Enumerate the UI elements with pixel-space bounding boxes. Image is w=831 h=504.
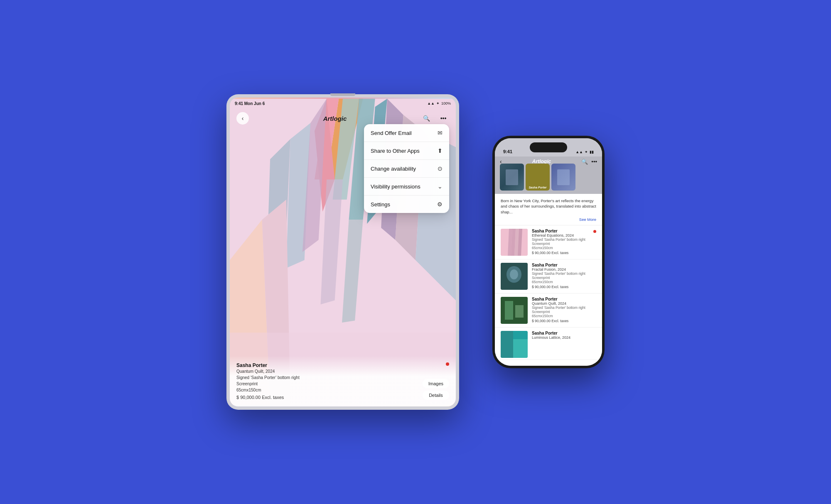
svg-point-25 [510,269,518,279]
pa-size-1: 65cmx150cm [532,246,589,250]
artwork-info-1: Sasha Porter Ethereal Equations, 2024 Si… [532,229,589,255]
phone-time: 9:41 [503,149,512,154]
pa-sig-1: Signed 'Sasha Porter' bottom right [532,237,589,242]
tablet-time: 9:41 Mon Jun 6 [235,101,265,106]
svg-rect-27 [505,301,513,320]
chevron-down-icon: ⌄ [438,183,443,190]
scene: 9:41 Mon Jun 6 ▲▲ ✦ 100% ‹ Artlogic 🔍 ••… [226,94,605,410]
pa-title-4: Luminous Lattice, 2024 [532,335,596,340]
pa-artist-3: Sasha Porter [532,297,596,301]
visibility-label: Visibility permissions [371,183,420,190]
envelope-icon: ✉ [438,130,443,136]
phone-battery-icon: ▮▮ [590,150,594,154]
thumbnail-2[interactable]: Sasha Porter [526,164,550,191]
phone-screen: 9:41 ▲▲ ✦ ▮▮ ‹ Artlogic 🔍 ••• [495,138,602,366]
phone-back-button[interactable]: ‹ [500,158,502,165]
artwork-status-dot-1 [593,230,596,233]
artwork-signature: Signed 'Sasha Porter' bottom right [236,374,449,381]
phone-artwork-item[interactable]: Sasha Porter Ethereal Equations, 2024 Si… [495,225,602,259]
search-icon[interactable]: 🔍 [421,113,433,124]
phone-search-icon[interactable]: 🔍 [581,159,588,165]
settings-label: Settings [371,201,390,208]
phone-header: ‹ Artlogic 🔍 ••• Sasha Porter [495,157,602,194]
pa-size-2: 65cmx150cm [532,280,596,284]
green-artwork-svg [501,297,528,324]
pa-price-1: $ 90,000.00 Excl. taxes [532,251,589,255]
pa-title-3: Quantum Quilt, 2024 [532,301,596,306]
phone-artwork-list: Sasha Porter Ethereal Equations, 2024 Si… [495,225,602,360]
pa-sig-2: Signed 'Sasha Porter' bottom right [532,272,596,276]
artwork-thumbnail-green [501,297,528,324]
pink-artwork-svg [501,229,528,256]
images-button[interactable]: Images [423,379,449,388]
share-icon: ⬆ [438,147,443,154]
pa-price-3: $ 90,000.00 Excl. taxes [532,319,596,323]
artwork-info-3: Sasha Porter Quantum Quilt, 2024 Signed … [532,297,596,323]
artwork-title: Quantum Quilt, 2024 [236,368,449,374]
pa-title-1: Ethereal Equations, 2024 [532,233,589,237]
tablet-screen: 9:41 Mon Jun 6 ▲▲ ✦ 100% ‹ Artlogic 🔍 ••… [230,98,456,406]
artist-name: Sasha Porter [236,362,449,368]
phone-more-icon[interactable]: ••• [591,159,597,165]
details-button[interactable]: Details [423,391,449,400]
thumb-artist-label: Sasha Porter [526,186,550,189]
pa-sig-3: Signed 'Sasha Porter' bottom right [532,306,596,310]
aqua-artwork-svg [501,331,528,358]
artwork-info-2: Sasha Porter Fractal Fusion, 2024 Signed… [532,263,596,289]
tablet-statusbar: 9:41 Mon Jun 6 ▲▲ ✦ 100% [230,98,456,109]
gear-icon: ⚙ [437,201,443,208]
pa-artist-2: Sasha Porter [532,263,596,267]
artwork-price: $ 90,000.00 Excl. taxes [236,395,449,400]
tablet-device: 9:41 Mon Jun 6 ▲▲ ✦ 100% ‹ Artlogic 🔍 ••… [226,94,459,410]
pa-medium-3: Screenprint [532,310,596,314]
action-buttons: Images Details [423,379,449,400]
battery-icon: 100% [441,101,451,105]
status-red-dot [446,362,449,366]
tablet-status-icons: ▲▲ ✦ 100% [427,101,451,105]
phone-nav-icons: 🔍 ••• [581,159,597,165]
thumbnail-3[interactable] [551,164,575,191]
phone-wifi-icon: ✦ [585,150,588,154]
signal-icon: ▲▲ [427,101,435,105]
tablet-nav-icons: 🔍 ••• [421,113,449,124]
pa-size-3: 65cmx150cm [532,314,596,318]
pa-price-2: $ 90,000.00 Excl. taxes [532,285,596,289]
availability-icon: ⊙ [438,165,443,172]
thumbnail-1[interactable] [500,164,524,191]
phone-dynamic-island [530,142,567,152]
phone-artwork-item-4[interactable]: Sasha Porter Luminous Lattice, 2024 [495,328,602,360]
more-options-icon[interactable]: ••• [438,113,449,124]
artwork-size: 65cmx150cm [236,387,449,393]
phone-artwork-item-3[interactable]: Sasha Porter Quantum Quilt, 2024 Signed … [495,294,602,328]
thumb-shape-3 [557,169,570,185]
dropdown-item-visibility[interactable]: Visibility permissions ⌄ [364,178,449,196]
svg-rect-31 [513,339,528,358]
dropdown-item-settings[interactable]: Settings ⚙ [364,196,449,213]
phone-thumbnails: Sasha Porter [495,160,580,194]
dropdown-item-availability[interactable]: Change availability ⊙ [364,160,449,178]
see-more-link[interactable]: See More [495,217,602,225]
wifi-icon: ✦ [436,101,440,105]
tablet-dropdown-menu: Send Offer Email ✉ Share to Other Apps ⬆… [364,124,449,213]
dropdown-item-share[interactable]: Share to Other Apps ⬆ [364,142,449,160]
phone-device: 9:41 ▲▲ ✦ ▮▮ ‹ Artlogic 🔍 ••• [492,136,605,368]
pa-title-2: Fractal Fusion, 2024 [532,267,596,272]
back-button[interactable]: ‹ [236,112,249,125]
phone-status-icons: ▲▲ ✦ ▮▮ [575,150,594,154]
artwork-info-4: Sasha Porter Luminous Lattice, 2024 [532,331,596,340]
artist-bio: Born in New York City, Porter's art refl… [495,194,602,217]
artwork-thumbnail-teal [501,263,528,290]
pa-artist-1: Sasha Porter [532,229,589,233]
phone-signal-icon: ▲▲ [575,150,583,154]
tablet-bottom-info: Sasha Porter Quantum Quilt, 2024 Signed … [230,356,456,406]
artwork-medium: Screenprint [236,381,449,387]
availability-label: Change availability [371,166,416,172]
svg-rect-26 [501,297,528,324]
pa-medium-2: Screenprint [532,276,596,280]
send-offer-label: Send Offer Email [371,130,412,136]
dropdown-item-send-offer[interactable]: Send Offer Email ✉ [364,124,449,142]
artwork-thumbnail-aqua [501,331,528,358]
pa-artist-4: Sasha Porter [532,331,596,335]
phone-artwork-item-2[interactable]: Sasha Porter Fractal Fusion, 2024 Signed… [495,259,602,294]
tablet-camera [330,93,355,96]
